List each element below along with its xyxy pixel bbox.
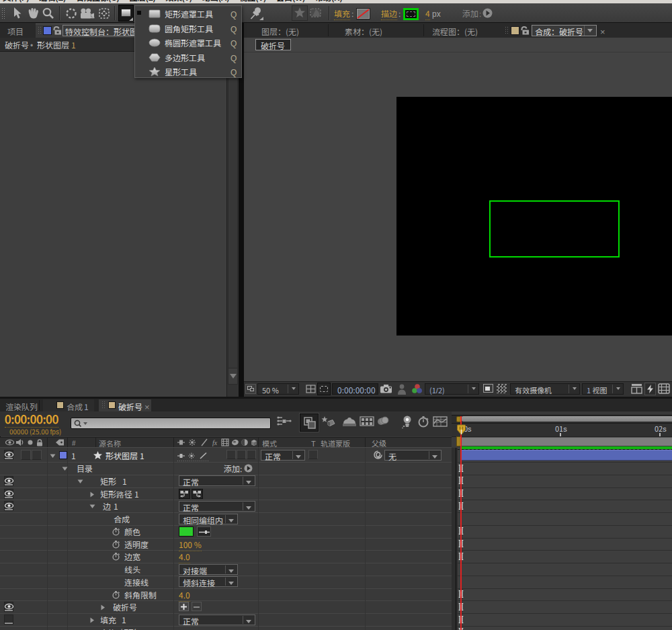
svg-text:fx: fx: [212, 439, 218, 446]
